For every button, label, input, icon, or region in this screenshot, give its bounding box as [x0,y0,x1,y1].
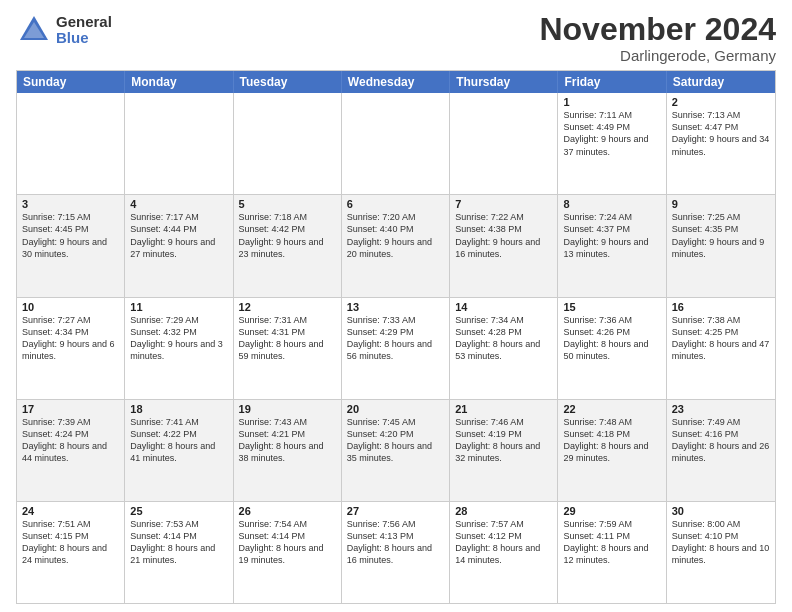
day-number: 19 [239,403,336,415]
header-day-tuesday: Tuesday [234,71,342,93]
logo-text: General Blue [56,14,112,47]
day-info: Sunrise: 7:24 AM Sunset: 4:37 PM Dayligh… [563,211,660,260]
day-cell-13: 13Sunrise: 7:33 AM Sunset: 4:29 PM Dayli… [342,298,450,399]
day-number: 22 [563,403,660,415]
day-number: 18 [130,403,227,415]
day-cell-24: 24Sunrise: 7:51 AM Sunset: 4:15 PM Dayli… [17,502,125,603]
day-number: 8 [563,198,660,210]
day-cell-9: 9Sunrise: 7:25 AM Sunset: 4:35 PM Daylig… [667,195,775,296]
day-info: Sunrise: 7:41 AM Sunset: 4:22 PM Dayligh… [130,416,227,465]
month-title: November 2024 [539,12,776,47]
day-info: Sunrise: 7:54 AM Sunset: 4:14 PM Dayligh… [239,518,336,567]
day-number: 4 [130,198,227,210]
calendar-row-3: 10Sunrise: 7:27 AM Sunset: 4:34 PM Dayli… [17,297,775,399]
header-day-wednesday: Wednesday [342,71,450,93]
day-cell-25: 25Sunrise: 7:53 AM Sunset: 4:14 PM Dayli… [125,502,233,603]
day-cell-28: 28Sunrise: 7:57 AM Sunset: 4:12 PM Dayli… [450,502,558,603]
day-number: 28 [455,505,552,517]
day-info: Sunrise: 7:13 AM Sunset: 4:47 PM Dayligh… [672,109,770,158]
day-cell-27: 27Sunrise: 7:56 AM Sunset: 4:13 PM Dayli… [342,502,450,603]
day-number: 14 [455,301,552,313]
day-info: Sunrise: 7:57 AM Sunset: 4:12 PM Dayligh… [455,518,552,567]
day-cell-23: 23Sunrise: 7:49 AM Sunset: 4:16 PM Dayli… [667,400,775,501]
day-number: 29 [563,505,660,517]
calendar-header: SundayMondayTuesdayWednesdayThursdayFrid… [17,71,775,93]
page: General Blue November 2024 Darlingerode,… [0,0,792,612]
header: General Blue November 2024 Darlingerode,… [16,12,776,64]
day-number: 7 [455,198,552,210]
day-cell-20: 20Sunrise: 7:45 AM Sunset: 4:20 PM Dayli… [342,400,450,501]
calendar-row-2: 3Sunrise: 7:15 AM Sunset: 4:45 PM Daylig… [17,194,775,296]
day-cell-5: 5Sunrise: 7:18 AM Sunset: 4:42 PM Daylig… [234,195,342,296]
day-number: 26 [239,505,336,517]
calendar-row-4: 17Sunrise: 7:39 AM Sunset: 4:24 PM Dayli… [17,399,775,501]
day-info: Sunrise: 7:17 AM Sunset: 4:44 PM Dayligh… [130,211,227,260]
day-cell-16: 16Sunrise: 7:38 AM Sunset: 4:25 PM Dayli… [667,298,775,399]
day-info: Sunrise: 7:31 AM Sunset: 4:31 PM Dayligh… [239,314,336,363]
calendar-row-5: 24Sunrise: 7:51 AM Sunset: 4:15 PM Dayli… [17,501,775,603]
day-number: 1 [563,96,660,108]
day-cell-6: 6Sunrise: 7:20 AM Sunset: 4:40 PM Daylig… [342,195,450,296]
day-cell-14: 14Sunrise: 7:34 AM Sunset: 4:28 PM Dayli… [450,298,558,399]
day-number: 12 [239,301,336,313]
day-number: 24 [22,505,119,517]
day-number: 21 [455,403,552,415]
day-number: 11 [130,301,227,313]
day-cell-19: 19Sunrise: 7:43 AM Sunset: 4:21 PM Dayli… [234,400,342,501]
day-info: Sunrise: 7:49 AM Sunset: 4:16 PM Dayligh… [672,416,770,465]
header-day-thursday: Thursday [450,71,558,93]
day-info: Sunrise: 7:46 AM Sunset: 4:19 PM Dayligh… [455,416,552,465]
day-number: 2 [672,96,770,108]
day-number: 3 [22,198,119,210]
location: Darlingerode, Germany [539,47,776,64]
day-number: 10 [22,301,119,313]
day-info: Sunrise: 7:11 AM Sunset: 4:49 PM Dayligh… [563,109,660,158]
day-info: Sunrise: 7:45 AM Sunset: 4:20 PM Dayligh… [347,416,444,465]
logo-blue: Blue [56,30,112,47]
day-number: 6 [347,198,444,210]
day-info: Sunrise: 7:33 AM Sunset: 4:29 PM Dayligh… [347,314,444,363]
day-info: Sunrise: 7:51 AM Sunset: 4:15 PM Dayligh… [22,518,119,567]
day-info: Sunrise: 7:53 AM Sunset: 4:14 PM Dayligh… [130,518,227,567]
logo-general: General [56,14,112,31]
day-info: Sunrise: 7:59 AM Sunset: 4:11 PM Dayligh… [563,518,660,567]
day-cell-18: 18Sunrise: 7:41 AM Sunset: 4:22 PM Dayli… [125,400,233,501]
empty-cell-r0-c4 [450,93,558,194]
day-number: 16 [672,301,770,313]
day-number: 25 [130,505,227,517]
calendar-row-1: 1Sunrise: 7:11 AM Sunset: 4:49 PM Daylig… [17,93,775,194]
day-cell-7: 7Sunrise: 7:22 AM Sunset: 4:38 PM Daylig… [450,195,558,296]
day-info: Sunrise: 7:48 AM Sunset: 4:18 PM Dayligh… [563,416,660,465]
day-cell-4: 4Sunrise: 7:17 AM Sunset: 4:44 PM Daylig… [125,195,233,296]
day-cell-21: 21Sunrise: 7:46 AM Sunset: 4:19 PM Dayli… [450,400,558,501]
day-number: 27 [347,505,444,517]
header-day-friday: Friday [558,71,666,93]
day-info: Sunrise: 7:29 AM Sunset: 4:32 PM Dayligh… [130,314,227,363]
day-cell-12: 12Sunrise: 7:31 AM Sunset: 4:31 PM Dayli… [234,298,342,399]
day-cell-15: 15Sunrise: 7:36 AM Sunset: 4:26 PM Dayli… [558,298,666,399]
empty-cell-r0-c2 [234,93,342,194]
day-cell-17: 17Sunrise: 7:39 AM Sunset: 4:24 PM Dayli… [17,400,125,501]
day-number: 5 [239,198,336,210]
day-cell-30: 30Sunrise: 8:00 AM Sunset: 4:10 PM Dayli… [667,502,775,603]
day-cell-3: 3Sunrise: 7:15 AM Sunset: 4:45 PM Daylig… [17,195,125,296]
day-info: Sunrise: 7:39 AM Sunset: 4:24 PM Dayligh… [22,416,119,465]
day-info: Sunrise: 7:34 AM Sunset: 4:28 PM Dayligh… [455,314,552,363]
header-day-saturday: Saturday [667,71,775,93]
title-block: November 2024 Darlingerode, Germany [539,12,776,64]
day-info: Sunrise: 7:43 AM Sunset: 4:21 PM Dayligh… [239,416,336,465]
day-info: Sunrise: 7:27 AM Sunset: 4:34 PM Dayligh… [22,314,119,363]
day-info: Sunrise: 7:20 AM Sunset: 4:40 PM Dayligh… [347,211,444,260]
calendar-body: 1Sunrise: 7:11 AM Sunset: 4:49 PM Daylig… [17,93,775,603]
day-number: 15 [563,301,660,313]
calendar: SundayMondayTuesdayWednesdayThursdayFrid… [16,70,776,604]
day-info: Sunrise: 7:36 AM Sunset: 4:26 PM Dayligh… [563,314,660,363]
logo-icon [16,12,52,48]
day-cell-26: 26Sunrise: 7:54 AM Sunset: 4:14 PM Dayli… [234,502,342,603]
day-info: Sunrise: 7:22 AM Sunset: 4:38 PM Dayligh… [455,211,552,260]
day-info: Sunrise: 7:38 AM Sunset: 4:25 PM Dayligh… [672,314,770,363]
day-number: 23 [672,403,770,415]
empty-cell-r0-c1 [125,93,233,194]
day-info: Sunrise: 7:15 AM Sunset: 4:45 PM Dayligh… [22,211,119,260]
day-number: 20 [347,403,444,415]
